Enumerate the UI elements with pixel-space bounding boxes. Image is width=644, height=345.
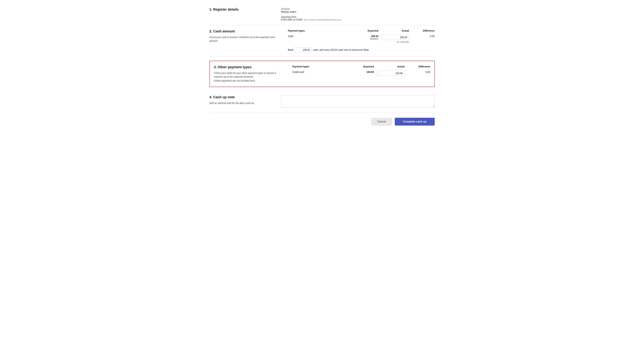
- section1-heading: 1. Register details: [210, 8, 274, 12]
- cash-difference: 0.00: [412, 35, 435, 38]
- cash-label: Cash: [288, 35, 351, 38]
- section3-description: Check your totals for your other payment…: [214, 71, 286, 82]
- section4-heading: 4. Cash up note: [210, 95, 274, 99]
- section3-heading: 3. Other payment types: [214, 65, 286, 69]
- col-header-payment-types: Payment types: [288, 29, 351, 32]
- register-value: Beauty Salon: [281, 10, 435, 13]
- col-header-actual: Actual: [378, 29, 412, 32]
- cancel-button[interactable]: Cancel: [371, 118, 392, 126]
- section4-description: Add an optional note for the day's cash …: [210, 101, 274, 105]
- credit-card-label: Credit card: [292, 71, 347, 73]
- cash-actual-input[interactable]: [382, 35, 409, 40]
- or-text: Or,: [397, 40, 400, 43]
- details-link[interactable]: details▾: [370, 38, 378, 40]
- opening-time-value: 8 Oct 2021 at 13:59 - By annabel.mawdsle…: [281, 18, 435, 21]
- opening-time-label: Opening time: [281, 16, 435, 18]
- calculate-link[interactable]: calculate: [400, 40, 409, 43]
- col3-header-expected: Expected: [347, 65, 374, 68]
- col3-header-payment-types: Payment types: [292, 65, 347, 68]
- credit-card-actual-input[interactable]: [377, 71, 405, 76]
- opening-time-by: - By annabel.mawdsley@gettimely.com: [303, 18, 341, 21]
- opening-time-date: 8 Oct 2021 at 13:59: [281, 18, 302, 21]
- bank-suffix: cash, and carry 100.00 cash over to tomo…: [313, 48, 369, 51]
- credit-card-expected: 150.99: [347, 71, 374, 73]
- col-header-expected: Expected: [351, 29, 378, 32]
- credit-card-difference: 0.00: [408, 71, 430, 73]
- cash-expected-value: 258.00: [371, 35, 378, 38]
- section2-description: Count your cash to ensure it matches up …: [210, 35, 281, 43]
- complete-cash-up-button[interactable]: Complete cash up: [395, 118, 435, 126]
- section2-heading: 2. Cash amount: [210, 29, 281, 33]
- col3-header-actual: Actual: [374, 65, 408, 68]
- bank-input[interactable]: [294, 47, 312, 52]
- bank-label: Bank: [288, 48, 294, 51]
- col3-header-difference: Difference: [408, 65, 430, 68]
- register-label: Register: [281, 8, 435, 10]
- col-header-difference: Difference: [412, 29, 435, 32]
- cash-up-note-textarea[interactable]: [281, 95, 435, 108]
